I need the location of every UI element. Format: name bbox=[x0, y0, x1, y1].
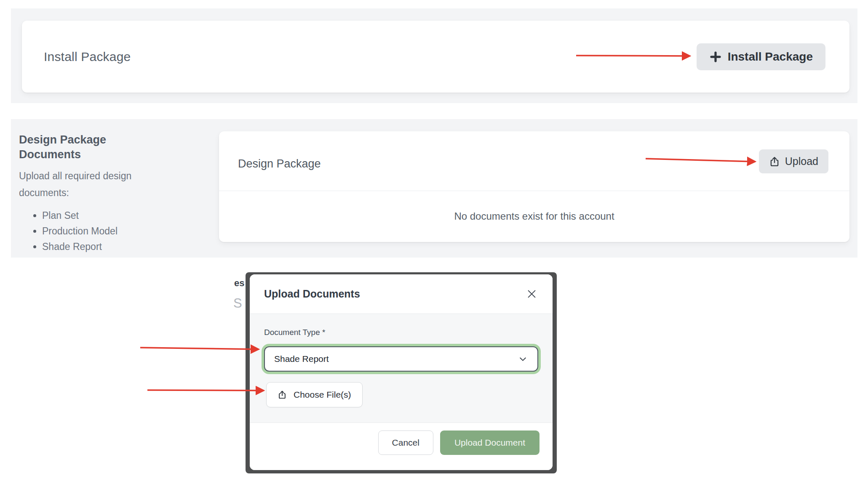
design-package-card: Design Package Upload No documents exist… bbox=[219, 131, 849, 242]
empty-state-message: No documents exist for this account bbox=[219, 191, 849, 242]
obscured-text-fragment: S bbox=[233, 296, 242, 311]
list-item: Plan Set bbox=[42, 208, 164, 223]
design-documents-description: Upload all required design documents: bbox=[19, 167, 164, 201]
choose-files-button[interactable]: Choose File(s) bbox=[266, 382, 363, 407]
install-package-button[interactable]: Install Package bbox=[697, 43, 825, 70]
upload-icon bbox=[769, 156, 780, 167]
document-type-select[interactable]: Shade Report bbox=[264, 346, 538, 372]
modal-header: Upload Documents bbox=[250, 274, 553, 314]
install-package-title: Install Package bbox=[44, 50, 131, 64]
close-icon bbox=[526, 288, 537, 300]
arrow-to-document-type-select bbox=[140, 348, 259, 349]
design-package-title: Design Package bbox=[238, 157, 321, 170]
upload-document-button[interactable]: Upload Document bbox=[440, 431, 539, 455]
install-package-button-label: Install Package bbox=[728, 50, 813, 64]
design-documents-aside: Design Package Documents Upload all requ… bbox=[19, 133, 164, 255]
document-type-selected-value: Shade Report bbox=[274, 354, 518, 364]
list-item: Production Model bbox=[42, 223, 164, 239]
modal-title: Upload Documents bbox=[264, 288, 523, 300]
modal-body: Document Type * Shade Report bbox=[250, 314, 553, 423]
choose-files-button-label: Choose File(s) bbox=[294, 390, 351, 400]
modal-footer: Cancel Upload Document bbox=[250, 423, 553, 470]
close-button[interactable] bbox=[523, 286, 540, 302]
chevron-down-icon bbox=[518, 354, 528, 364]
list-item: Shade Report bbox=[42, 239, 164, 255]
upload-documents-modal: Upload Documents Document Type * Shade R… bbox=[250, 274, 553, 470]
design-documents-heading: Design Package Documents bbox=[19, 133, 164, 162]
page: Install Package Install Package Design P… bbox=[0, 0, 868, 481]
upload-button[interactable]: Upload bbox=[759, 149, 828, 173]
obscured-text-fragment: es bbox=[234, 278, 244, 289]
cancel-button[interactable]: Cancel bbox=[378, 431, 433, 455]
upload-icon bbox=[278, 390, 287, 399]
modal-backdrop-frame: Upload Documents Document Type * Shade R… bbox=[246, 272, 557, 473]
upload-button-label: Upload bbox=[785, 155, 818, 167]
required-documents-list: Plan Set Production Model Shade Report bbox=[19, 208, 164, 255]
document-type-label: Document Type * bbox=[264, 328, 538, 337]
install-package-card: Install Package Install Package bbox=[22, 21, 849, 93]
plus-icon bbox=[709, 50, 722, 63]
